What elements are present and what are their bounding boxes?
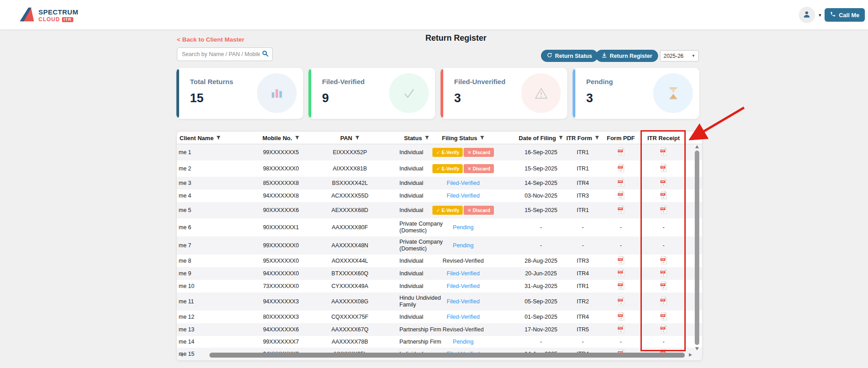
filter-icon[interactable]: [595, 136, 599, 140]
pan-cell: CQXXXXX75F: [313, 314, 387, 320]
scroll-right-arrow[interactable]: [689, 353, 692, 357]
pdf-download-icon[interactable]: PDF: [660, 325, 667, 333]
client-name-cell: me 5: [179, 207, 247, 213]
pdf-download-icon[interactable]: PDF: [660, 297, 667, 305]
pdf-download-icon[interactable]: PDF: [660, 164, 667, 172]
pdf-download-icon[interactable]: PDF: [617, 147, 625, 156]
everify-button[interactable]: ✓ E-Verify: [432, 148, 463, 157]
pdf-download-icon[interactable]: PDF: [660, 191, 667, 199]
pan-cell: BTXXXXX60Q: [313, 270, 387, 277]
pdf-download-icon[interactable]: PDF: [660, 147, 667, 156]
user-avatar[interactable]: [799, 7, 815, 23]
pan-cell: AEXXXXX68D: [313, 207, 387, 213]
pdf-download-icon[interactable]: PDF: [660, 281, 667, 290]
filing-status-link[interactable]: Filed-Verified: [447, 283, 480, 289]
filing-status-link[interactable]: Filed-Verified: [447, 180, 480, 186]
filing-status-link[interactable]: Filed-Verified: [447, 270, 480, 277]
form-pdf-cell: PDF: [600, 164, 642, 174]
scroll-up-arrow[interactable]: [695, 145, 699, 148]
pan-cell: AAXXXXX67Q: [313, 326, 387, 333]
column-header-label: Mobile No.: [262, 135, 292, 142]
vertical-scrollbar[interactable]: [695, 145, 700, 350]
client-name-cell: me 4: [179, 193, 247, 199]
return-register-button[interactable]: Return Register: [596, 50, 658, 62]
filing-status-link[interactable]: Pending: [453, 339, 474, 345]
svg-text:PDF: PDF: [618, 271, 622, 274]
pdf-download-icon[interactable]: PDF: [617, 191, 625, 199]
pdf-download-icon[interactable]: PDF: [617, 281, 625, 290]
form-pdf-cell: -: [600, 242, 642, 249]
pdf-download-icon[interactable]: PDF: [617, 205, 625, 214]
everify-button[interactable]: ✓ E-Verify: [432, 206, 463, 215]
filter-icon[interactable]: [355, 136, 360, 140]
bar-chart-icon: [257, 73, 297, 113]
form-pdf-cell: PDF: [600, 256, 642, 266]
filter-icon[interactable]: [216, 136, 221, 140]
filing-status-link[interactable]: Filed-Verified: [447, 193, 480, 199]
scroll-left-arrow[interactable]: [180, 353, 183, 357]
pdf-download-icon[interactable]: PDF: [617, 297, 625, 305]
search-input[interactable]: [177, 51, 261, 57]
mobile-cell: 85XXXXXXX8: [249, 180, 313, 186]
download-icon: [602, 52, 607, 59]
horizontal-scrollbar-thumb[interactable]: [209, 353, 685, 358]
pdf-download-icon[interactable]: PDF: [617, 164, 625, 172]
pdf-download-icon[interactable]: PDF: [660, 205, 667, 214]
table-row: me 494XXXXXXX8ACXXXXX55DIndividualFiled-…: [177, 189, 702, 202]
back-to-client-master-link[interactable]: < Back to Client Master: [177, 36, 244, 43]
mobile-cell: 99XXXXXXX7: [249, 339, 313, 345]
itr-form-cell: ITR2: [564, 298, 602, 305]
call-me-button[interactable]: Call Me: [825, 8, 865, 22]
horizontal-scrollbar[interactable]: [180, 353, 692, 358]
search-box: [177, 47, 273, 61]
itr-receipt-cell: PDF: [642, 269, 685, 278]
filing-status-cell: ✓ E-Verify✕ Discard: [422, 206, 504, 215]
table-row: me 1194XXXXXXX3AAXXXXX08GHindu Undivided…: [177, 293, 702, 311]
card-accent-bar: [176, 69, 179, 118]
itr-form-cell: ITR1: [564, 165, 602, 172]
x-icon: ✕: [467, 208, 471, 213]
filing-status-link[interactable]: Filed-Verified: [447, 314, 480, 320]
itr-receipt-cell: PDF: [642, 312, 685, 322]
vertical-scrollbar-thumb[interactable]: [695, 151, 699, 345]
table-row: me 590XXXXXXX6AEXXXXX68DIndividual✓ E-Ve…: [177, 202, 702, 218]
pdf-download-icon[interactable]: PDF: [660, 178, 667, 187]
filter-icon[interactable]: [295, 136, 299, 140]
filter-icon[interactable]: [480, 136, 484, 140]
table-row: me 385XXXXXXX8BSXXXXX42LIndividualFiled-…: [177, 177, 702, 189]
svg-text:PDF: PDF: [661, 166, 665, 169]
hourglass-icon: [653, 73, 693, 113]
discard-button[interactable]: ✕ Discard: [464, 164, 493, 173]
mobile-cell: 95XXXXXXX0: [249, 258, 313, 264]
everify-button[interactable]: ✓ E-Verify: [432, 164, 463, 173]
pdf-download-icon[interactable]: PDF: [617, 312, 625, 321]
return-status-button[interactable]: Return Status: [541, 50, 598, 62]
pdf-download-icon[interactable]: PDF: [617, 269, 625, 277]
discard-button[interactable]: ✕ Discard: [464, 206, 493, 215]
filing-status-link[interactable]: Pending: [453, 242, 474, 249]
pdf-download-icon[interactable]: PDF: [617, 178, 625, 187]
svg-text:PDF: PDF: [661, 259, 665, 261]
scroll-down-arrow[interactable]: [695, 347, 699, 350]
table-body: me 199XXXXXXX5EIXXXXX52PIndividual✓ E-Ve…: [177, 144, 702, 360]
itr-receipt-cell: PDF: [642, 164, 685, 174]
itr-form-cell: ITR1: [564, 207, 602, 213]
pdf-download-icon[interactable]: PDF: [617, 325, 625, 333]
column-header-itr-form: ITR Form: [564, 132, 602, 144]
filing-status-link[interactable]: Filed-Verified: [447, 298, 480, 305]
column-header-label: ITR Receipt: [647, 135, 680, 142]
caret-down-icon[interactable]: ▾: [819, 12, 821, 18]
check-icon: ✓: [436, 150, 440, 155]
pdf-download-icon[interactable]: PDF: [660, 269, 667, 277]
pan-cell: AAXXXXX80F: [313, 224, 387, 231]
assessment-year-select[interactable]: 2025-26 ▼: [660, 50, 699, 61]
pdf-download-icon[interactable]: PDF: [660, 312, 667, 321]
form-pdf-cell: PDF: [600, 325, 642, 335]
itr-form-cell: ITR4: [564, 270, 602, 277]
filter-icon[interactable]: [559, 136, 563, 140]
pdf-download-icon[interactable]: PDF: [617, 256, 625, 264]
search-button[interactable]: [261, 50, 272, 58]
filing-status-link[interactable]: Pending: [453, 224, 474, 231]
discard-button[interactable]: ✕ Discard: [464, 148, 493, 157]
pdf-download-icon[interactable]: PDF: [660, 256, 667, 264]
